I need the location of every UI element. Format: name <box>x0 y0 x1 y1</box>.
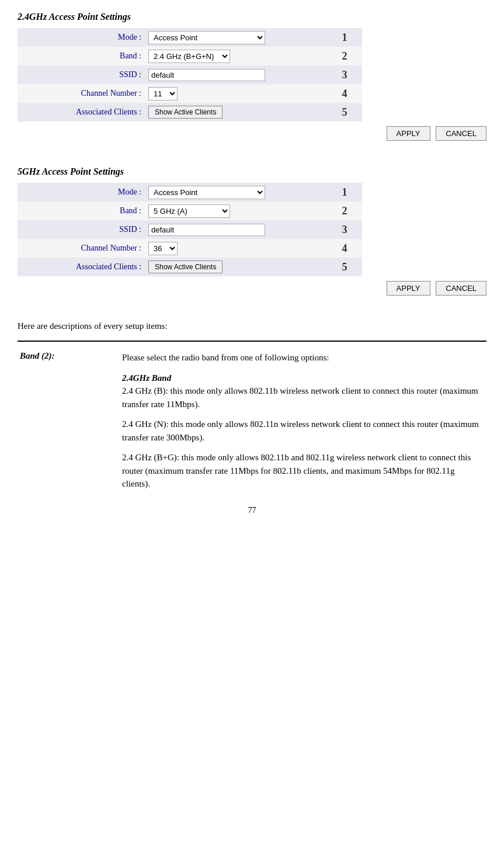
assoc-clients-label-5: Associated Clients : <box>18 258 146 276</box>
assoc-clients-cell: Show Active Clients <box>146 103 327 121</box>
table-row: SSID : 3 <box>18 220 486 239</box>
action-row-5: APPLY CANCEL <box>18 276 486 300</box>
ssid-input-cell-5 <box>146 220 327 239</box>
band-intro: Please select the radio band from one of… <box>122 351 484 364</box>
desc-row-band: Band (2): Please select the radio band f… <box>18 348 486 494</box>
assoc-clients-label: Associated Clients : <box>18 103 146 121</box>
table-row: Band : 2.4 GHz (B+G+N) 2.4 GHz (B) 2.4 G… <box>18 47 486 65</box>
band-24b-desc: 2.4 GHz (B): this mode only allows 802.1… <box>122 386 478 409</box>
row-num-3-5: 3 <box>327 220 362 239</box>
row-num-1-5: 1 <box>327 183 362 202</box>
band-desc-content: Please select the radio band from one of… <box>120 348 486 494</box>
divider <box>18 341 486 342</box>
show-active-clients-button-24[interactable]: Show Active Clients <box>148 106 223 119</box>
row-num-5-5: 5 <box>327 258 362 276</box>
section-5ghz-title: 5GHz Access Point Settings <box>18 166 486 177</box>
settings-table-5ghz: Mode : Access Point 1 Band : 5 GHz (A) 5… <box>18 183 486 300</box>
channel-label: Channel Number : <box>18 84 146 103</box>
cancel-button-24[interactable]: CANCEL <box>436 126 486 141</box>
settings-table-24ghz: Mode : Access Point 1 Band : 2.4 GHz (B+… <box>18 28 486 145</box>
section-5ghz: 5GHz Access Point Settings Mode : Access… <box>18 166 486 300</box>
channel-input-cell-5: 36 404448 52566064 100104108112 <box>146 239 327 258</box>
ssid-label: SSID : <box>18 65 146 84</box>
section-24ghz: 2.4GHz Access Point Settings Mode : Acce… <box>18 12 486 145</box>
mode-input-cell-5: Access Point <box>146 183 327 202</box>
band-24b-text: 2.4GHz Band 2.4 GHz (B): this mode only … <box>122 371 484 411</box>
mode-label: Mode : <box>18 28 146 47</box>
cancel-button-5[interactable]: CANCEL <box>436 281 486 296</box>
band-24-heading: 2.4GHz Band <box>122 373 171 383</box>
row-num-2-5: 2 <box>327 202 362 220</box>
ssid-input-cell <box>146 65 327 84</box>
table-row: Associated Clients : Show Active Clients… <box>18 103 486 121</box>
row-num-5: 5 <box>327 103 362 121</box>
table-row: SSID : 3 <box>18 65 486 84</box>
band-desc-label: Band (2): <box>18 348 120 494</box>
channel-label-5: Channel Number : <box>18 239 146 258</box>
spacer-1 <box>18 149 486 166</box>
channel-select-24[interactable]: 11 1234 5678 9101213 <box>148 87 178 100</box>
table-row: Channel Number : 36 404448 52566064 1001… <box>18 239 486 258</box>
spacer-2 <box>18 304 486 321</box>
section-24ghz-title: 2.4GHz Access Point Settings <box>18 12 486 22</box>
table-row: Mode : Access Point 1 <box>18 183 486 202</box>
show-active-clients-button-5[interactable]: Show Active Clients <box>148 261 223 273</box>
page-number: 77 <box>18 506 486 515</box>
band-input-cell-5: 5 GHz (A) 5 GHz (N) 5 GHz (A+N) <box>146 202 327 220</box>
mode-select-5[interactable]: Access Point <box>148 186 265 199</box>
descriptions-table: Band (2): Please select the radio band f… <box>18 348 486 494</box>
row-num-2: 2 <box>327 47 362 65</box>
ssid-input-24[interactable] <box>148 69 265 81</box>
band-input-cell: 2.4 GHz (B+G+N) 2.4 GHz (B) 2.4 GHz (N) … <box>146 47 327 65</box>
channel-select-5[interactable]: 36 404448 52566064 100104108112 <box>148 242 178 255</box>
band-select-5[interactable]: 5 GHz (A) 5 GHz (N) 5 GHz (A+N) <box>148 204 230 218</box>
table-row: Band : 5 GHz (A) 5 GHz (N) 5 GHz (A+N) 2 <box>18 202 486 220</box>
mode-input-cell: Access Point <box>146 28 327 47</box>
band-24bg-text: 2.4 GHz (B+G): this mode only allows 802… <box>122 451 484 491</box>
band-select-24[interactable]: 2.4 GHz (B+G+N) 2.4 GHz (B) 2.4 GHz (N) … <box>148 50 230 63</box>
band-label-cell: Band : <box>18 47 146 65</box>
row-num-4: 4 <box>327 84 362 103</box>
ssid-input-5[interactable] <box>148 224 265 236</box>
mode-label-5: Mode : <box>18 183 146 202</box>
band-label-5: Band : <box>18 202 146 220</box>
row-num-3: 3 <box>327 65 362 84</box>
mode-select-24[interactable]: Access Point <box>148 31 265 44</box>
assoc-clients-cell-5: Show Active Clients <box>146 258 327 276</box>
row-num-1: 1 <box>327 28 362 47</box>
apply-button-24[interactable]: APPLY <box>387 126 430 141</box>
table-row: Mode : Access Point 1 <box>18 28 486 47</box>
band-24n-text: 2.4 GHz (N): this mode only allows 802.1… <box>122 418 484 444</box>
row-num-4-5: 4 <box>327 239 362 258</box>
action-row-24: APPLY CANCEL <box>18 121 486 145</box>
ssid-label-5: SSID : <box>18 220 146 239</box>
table-row: Channel Number : 11 1234 5678 9101213 4 <box>18 84 486 103</box>
channel-input-cell: 11 1234 5678 9101213 <box>146 84 327 103</box>
table-row: Associated Clients : Show Active Clients… <box>18 258 486 276</box>
apply-button-5[interactable]: APPLY <box>387 281 430 296</box>
descriptions-intro: Here are descriptions of every setup ite… <box>18 321 486 331</box>
